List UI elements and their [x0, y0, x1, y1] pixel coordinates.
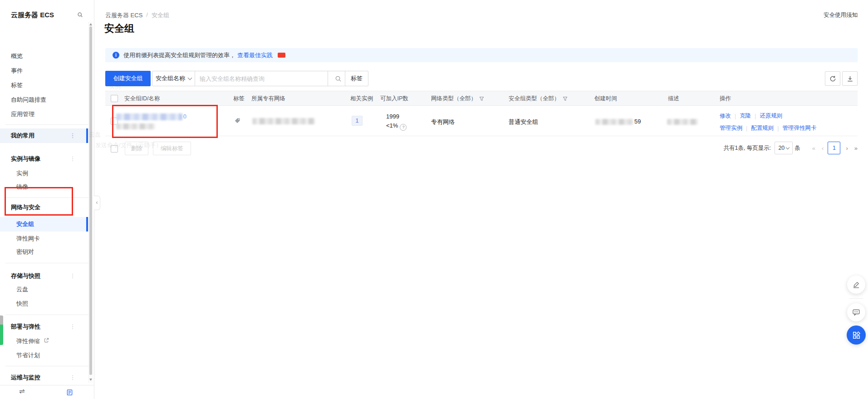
action-manage-instances[interactable]: 管理实例 — [720, 124, 742, 132]
chevron-down-icon — [786, 145, 790, 149]
tag-filter-button[interactable]: 标签 — [345, 71, 368, 86]
created-time-suffix: 59 — [634, 118, 641, 125]
pagination-current-page[interactable]: 1 — [828, 142, 840, 154]
sidebar-item-enis[interactable]: 弹性网卡 — [16, 232, 40, 245]
chat-icon — [852, 308, 860, 316]
sidebar-item-events[interactable]: 事件 — [11, 64, 23, 77]
filter-funnel-icon[interactable] — [563, 96, 568, 103]
scrollbar-up-arrow[interactable] — [89, 23, 92, 25]
joinable-ip-percent: <1%? — [386, 122, 407, 131]
sidebar-item-app-management[interactable]: 应用管理 — [11, 108, 34, 121]
banner-best-practice-link[interactable]: 查看最佳实践 — [237, 51, 273, 59]
pagination-last[interactable]: » — [854, 145, 858, 152]
footer-select-all-checkbox[interactable] — [111, 145, 118, 153]
delete-button[interactable]: 删除 — [125, 142, 148, 155]
column-header-related-instances: 相关实例 — [350, 95, 373, 103]
action-separator: | — [746, 125, 747, 132]
sidebar: 云服务器 ECS 概览 事件 标签 自助问题排查 应用管理 我的常用 ⋮ 实例与… — [0, 0, 94, 399]
column-header-vpc: 所属专有网络 — [251, 95, 285, 103]
pagination-first[interactable]: « — [812, 145, 815, 152]
tag-icon[interactable] — [234, 118, 240, 125]
more-vertical-icon[interactable]: ⋮ — [69, 270, 76, 282]
action-modify[interactable]: 修改 — [720, 112, 731, 120]
download-icon — [847, 75, 853, 82]
sidebar-item-overview[interactable]: 概览 — [11, 50, 23, 63]
more-vertical-icon[interactable]: ⋮ — [69, 153, 76, 165]
page-size-value: 20 — [778, 145, 785, 151]
selected-accent-bar — [86, 217, 88, 232]
redacted-sg-id-link[interactable] — [116, 113, 182, 120]
sidebar-item-tags[interactable]: 标签 — [11, 79, 23, 92]
select-all-checkbox[interactable] — [111, 95, 118, 102]
search-input[interactable] — [195, 71, 328, 86]
pagination-next[interactable]: › — [846, 145, 848, 152]
refresh-button[interactable] — [825, 71, 840, 86]
action-restore-rules[interactable]: 还原规则 — [760, 112, 783, 120]
sidebar-item-disks[interactable]: 云盘 — [16, 283, 28, 296]
feedback-pencil-button[interactable] — [847, 276, 865, 294]
filter-funnel-icon[interactable] — [479, 96, 484, 103]
sidebar-divider — [5, 366, 88, 366]
page-size-select[interactable]: 20 — [775, 142, 793, 154]
sidebar-item-key-pairs[interactable]: 密钥对 — [16, 246, 34, 258]
joinable-ip-count: 1999 — [386, 113, 399, 120]
column-header-joinable-ips: 可加入IP数 — [380, 95, 408, 103]
sidebar-item-snapshots[interactable]: 快照 — [16, 297, 28, 310]
chevron-down-icon — [188, 76, 192, 80]
related-instances-count[interactable]: 1 — [352, 116, 363, 126]
more-vertical-icon[interactable]: ⋮ — [69, 129, 76, 142]
sidebar-section-deploy-elasticity[interactable]: 部署与弹性 — [11, 320, 40, 333]
sidebar-item-self-troubleshoot[interactable]: 自助问题排查 — [11, 94, 46, 106]
search-field-dropdown[interactable]: 安全组名称 — [152, 71, 195, 86]
console-apps-button[interactable] — [847, 325, 866, 345]
question-icon[interactable]: ? — [400, 124, 407, 131]
sidebar-section-ops-monitoring[interactable]: 运维与监控 — [11, 371, 40, 383]
info-banner: i 使用前缀列表提高安全组规则管理的效率， 查看最佳实践 — [105, 48, 858, 62]
more-vertical-icon[interactable]: ⋮ — [69, 201, 76, 214]
more-vertical-icon[interactable]: ⋮ — [69, 371, 76, 383]
sidebar-collapse-handle[interactable]: ‹ — [94, 196, 100, 210]
sidebar-section-storage-snapshots[interactable]: 存储与快照 — [11, 270, 40, 282]
sidebar-divider — [5, 263, 88, 263]
action-manage-enis[interactable]: 管理弹性网卡 — [783, 124, 817, 132]
more-vertical-icon[interactable]: ⋮ — [69, 320, 76, 333]
doc-list-icon[interactable] — [66, 389, 73, 397]
create-security-group-button[interactable]: 创建安全组 — [105, 71, 151, 86]
redacted-created-time — [595, 119, 633, 125]
sidebar-item-auto-scaling[interactable]: 弹性伸缩 — [16, 335, 49, 347]
pagination-prev[interactable]: ‹ — [822, 145, 824, 152]
download-button[interactable] — [842, 71, 858, 86]
redacted-sg-name — [116, 123, 155, 129]
scrollbar-down-arrow[interactable] — [89, 379, 92, 381]
sidebar-item-instances[interactable]: 实例 — [16, 167, 28, 180]
safety-notice-link[interactable]: 安全使用须知 — [824, 11, 858, 19]
sidebar-section-instances-images[interactable]: 实例与镜像 — [11, 153, 40, 165]
sidebar-section-favorites[interactable]: 我的常用 — [11, 129, 34, 142]
sidebar-scrollbar-thumb[interactable] — [89, 26, 92, 375]
sidebar-search-icon[interactable] — [77, 12, 83, 19]
action-separator: | — [777, 125, 779, 132]
action-clone[interactable]: 克隆 — [740, 112, 751, 120]
column-header-actions: 操作 — [720, 95, 731, 103]
pagination-total-text: 共有1条, 每页显示: — [723, 144, 771, 152]
action-configure-rules[interactable]: 配置规则 — [751, 124, 774, 132]
screenshot-artifact-bar-gray — [0, 315, 3, 325]
sidebar-selected-row — [0, 217, 88, 232]
banner-message: 使用前缀列表提高安全组规则管理的效率， — [123, 51, 235, 59]
edit-tags-button[interactable]: 编辑标签 — [153, 142, 191, 155]
chat-support-button[interactable] — [847, 303, 865, 321]
new-badge-icon — [278, 53, 285, 58]
sidebar-item-images[interactable]: 镜像 — [16, 181, 28, 193]
ecs-console-screen: 云服务器 ECS 概览 事件 标签 自助问题排查 应用管理 我的常用 ⋮ 实例与… — [0, 0, 868, 399]
sidebar-section-network-security[interactable]: 网络与安全 — [11, 201, 40, 214]
swap-icon[interactable]: ⇌ — [19, 387, 25, 395]
sg-id-suffix: 0 — [183, 113, 186, 120]
sidebar-item-savings-plans[interactable]: 节省计划 — [16, 349, 40, 362]
sidebar-item-security-groups[interactable]: 安全组 — [16, 218, 34, 231]
action-separator: | — [735, 113, 736, 119]
sidebar-divider — [5, 315, 88, 315]
breadcrumb-root[interactable]: 云服务器 ECS — [105, 11, 142, 20]
row-actions-line1: 修改 | 克隆 | 还原规则 — [720, 112, 783, 120]
network-type-value: 专有网络 — [431, 118, 455, 126]
redacted-description — [667, 119, 698, 125]
